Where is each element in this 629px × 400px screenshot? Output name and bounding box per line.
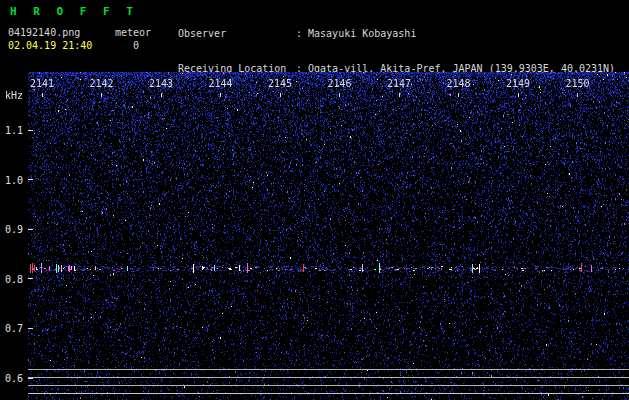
y-tick-label: 1.1 [0,125,23,136]
x-tick-label: 2144 [208,78,232,89]
y-tick-label: 0.7 [0,323,23,334]
app-title: H R O F F T [10,5,138,18]
x-tick-label: 2142 [89,78,113,89]
mode-label: meteor [115,27,151,38]
x-tick-label: 2143 [149,78,173,89]
x-tick-label: 2148 [446,78,470,89]
info-value: : Masayuki Kobayashi [296,28,416,39]
output-filename: 04192140.png [8,27,80,38]
hrofft-screen: H R O F F T 04192140.png meteor 02.04.19… [0,0,629,400]
y-tick-label: 0.9 [0,224,23,235]
x-tick-label: 2146 [327,78,351,89]
x-tick-label: 2145 [268,78,292,89]
x-tick-label: 2149 [506,78,530,89]
spectrogram-canvas [28,72,629,400]
y-tick-label: 0.6 [0,373,23,384]
x-tick-label: 2147 [387,78,411,89]
x-tick-label: 2141 [30,78,54,89]
info-row-observer: Observer: Masayuki Kobayashi [178,28,615,40]
info-label: Observer [178,28,296,40]
meteor-count: 0 [133,40,139,51]
datetime-label: 02.04.19 21:40 [8,40,92,51]
y-tick-label: 1.0 [0,175,23,186]
y-axis-unit: kHz [0,90,23,101]
x-tick-label: 2150 [565,78,589,89]
y-tick-label: 0.8 [0,274,23,285]
spectrogram-panel: 2141 2142 2143 2144 2145 2146 2147 2148 … [0,72,629,400]
